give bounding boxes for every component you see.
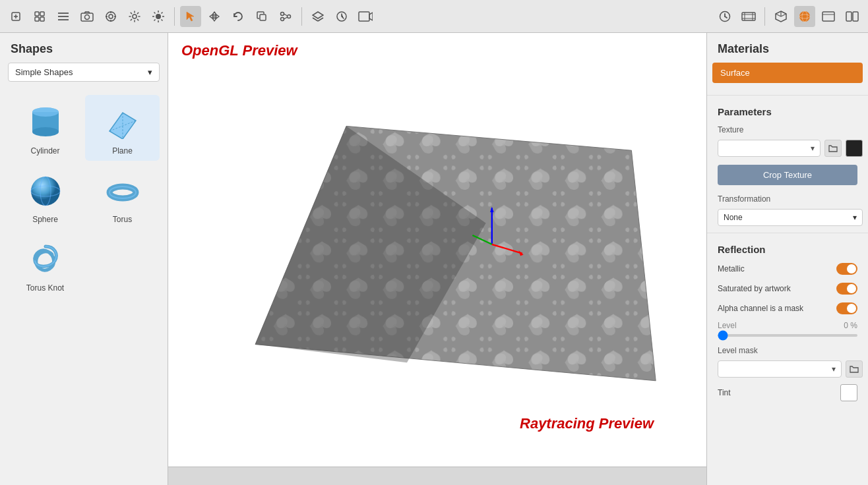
select-button[interactable] bbox=[180, 6, 201, 27]
canvas-bottom-bar bbox=[168, 467, 706, 485]
shape-item-torus[interactable]: Torus bbox=[85, 163, 160, 229]
divider-2 bbox=[707, 233, 868, 233]
chevron-down-icon-mask: ▾ bbox=[832, 364, 836, 374]
crop-texture-button[interactable]: Crop Texture bbox=[718, 165, 857, 185]
saturated-toggle[interactable] bbox=[836, 283, 857, 295]
right-sidebar: Materials Surface Parameters Texture ▾ C… bbox=[706, 33, 868, 485]
shape-item-sphere[interactable]: Sphere bbox=[8, 163, 82, 229]
svg-line-32 bbox=[284, 14, 288, 16]
reflection-title: Reflection bbox=[707, 237, 868, 259]
toolbar-right bbox=[770, 6, 863, 27]
saturated-row: Saturated by artwork bbox=[707, 279, 868, 299]
target-button[interactable] bbox=[100, 6, 121, 27]
svg-line-26 bbox=[162, 12, 163, 13]
svg-rect-38 bbox=[359, 12, 369, 21]
separator-2 bbox=[301, 7, 302, 26]
texture-row: ▾ bbox=[707, 137, 868, 159]
transformation-value: None bbox=[724, 213, 743, 222]
move-button[interactable] bbox=[204, 6, 225, 27]
metallic-label: Metallic bbox=[718, 264, 745, 273]
transformation-label: Transformation bbox=[707, 190, 868, 206]
svg-line-25 bbox=[162, 19, 163, 20]
cylinder-icon bbox=[26, 103, 65, 142]
stack-button[interactable] bbox=[307, 6, 328, 27]
surface-button[interactable]: Surface bbox=[712, 63, 863, 83]
divider-1 bbox=[707, 95, 868, 96]
grid-button[interactable] bbox=[29, 6, 50, 27]
svg-line-33 bbox=[284, 17, 288, 19]
texture-dropdown[interactable]: ▾ bbox=[718, 140, 821, 157]
svg-point-29 bbox=[281, 12, 284, 15]
plane-label: Plane bbox=[112, 146, 133, 156]
main-area: Shapes Simple Shapes ▾ Cylinder bbox=[0, 33, 868, 485]
cube-3d-button[interactable] bbox=[770, 6, 791, 27]
texture-folder-button[interactable] bbox=[824, 140, 842, 157]
shapes-dropdown[interactable]: Simple Shapes ▾ bbox=[8, 63, 160, 82]
material-sphere-button[interactable] bbox=[794, 6, 815, 27]
add-button[interactable] bbox=[5, 6, 26, 27]
alpha-label: Alpha channel is a mask bbox=[718, 304, 803, 313]
toolbar bbox=[0, 0, 868, 33]
svg-point-61 bbox=[32, 127, 59, 136]
level-mask-dropdown[interactable]: ▾ bbox=[718, 360, 842, 378]
texture-label: Texture bbox=[707, 121, 868, 137]
shape-item-cylinder[interactable]: Cylinder bbox=[8, 95, 82, 161]
3d-plane-svg bbox=[195, 74, 680, 457]
movie-button[interactable] bbox=[738, 6, 759, 27]
connect-button[interactable] bbox=[275, 6, 296, 27]
circle-anim-button[interactable] bbox=[331, 6, 352, 27]
left-sidebar: Shapes Simple Shapes ▾ Cylinder bbox=[0, 33, 168, 485]
opengl-label: OpenGL Preview bbox=[181, 42, 297, 59]
clock-button[interactable] bbox=[714, 6, 735, 27]
svg-point-52 bbox=[799, 11, 810, 22]
level-slider[interactable] bbox=[718, 334, 857, 337]
metallic-toggle[interactable] bbox=[836, 263, 857, 275]
level-label: Level bbox=[718, 321, 737, 330]
torus-label: Torus bbox=[113, 215, 132, 224]
svg-point-62 bbox=[32, 107, 59, 117]
svg-rect-6 bbox=[40, 17, 44, 21]
svg-rect-5 bbox=[35, 17, 39, 21]
sun-button[interactable] bbox=[148, 6, 169, 27]
svg-rect-58 bbox=[853, 12, 858, 21]
svg-line-50 bbox=[776, 14, 781, 16]
tint-row: Tint bbox=[707, 380, 868, 405]
level-value: 0 % bbox=[844, 321, 857, 330]
undo-button[interactable] bbox=[228, 6, 249, 27]
copy-button[interactable] bbox=[251, 6, 272, 27]
torusknot-icon bbox=[26, 240, 65, 279]
split-layout-button[interactable] bbox=[842, 6, 863, 27]
torusknot-label: Torus Knot bbox=[26, 283, 64, 293]
shape-item-torusknot[interactable]: Torus Knot bbox=[8, 232, 82, 298]
settings-button[interactable] bbox=[124, 6, 145, 27]
saturated-label: Saturated by artwork bbox=[718, 284, 791, 293]
chevron-down-icon-transform: ▾ bbox=[853, 213, 857, 222]
svg-line-24 bbox=[154, 12, 156, 13]
svg-point-19 bbox=[156, 14, 161, 19]
level-mask-folder-button[interactable] bbox=[846, 360, 863, 378]
shape-item-plane[interactable]: Plane bbox=[85, 95, 160, 161]
menu-button[interactable] bbox=[53, 6, 74, 27]
chevron-down-icon-texture: ▾ bbox=[811, 144, 815, 153]
alpha-row: Alpha channel is a mask bbox=[707, 299, 868, 318]
svg-point-67 bbox=[31, 177, 60, 206]
alpha-toggle[interactable] bbox=[836, 302, 857, 314]
shapes-dropdown-value: Simple Shapes bbox=[15, 67, 73, 77]
svg-point-13 bbox=[109, 14, 113, 18]
canvas-area[interactable]: OpenGL Preview Raytracing Preview bbox=[168, 33, 706, 485]
plane-icon bbox=[103, 103, 142, 142]
svg-rect-43 bbox=[742, 13, 755, 20]
transformation-dropdown[interactable]: None ▾ bbox=[718, 209, 863, 226]
window-layout-button[interactable] bbox=[818, 6, 839, 27]
film-button[interactable] bbox=[355, 6, 376, 27]
sphere-label: Sphere bbox=[32, 215, 58, 224]
camera-button[interactable] bbox=[77, 6, 98, 27]
tint-color-swatch[interactable] bbox=[840, 384, 857, 401]
sphere-icon bbox=[26, 171, 65, 211]
svg-line-42 bbox=[725, 16, 727, 18]
texture-color-swatch[interactable] bbox=[846, 140, 863, 157]
transformation-row: None ▾ bbox=[707, 206, 868, 229]
parameters-title: Parameters bbox=[707, 100, 868, 121]
separator-1 bbox=[174, 7, 175, 26]
sidebar-title: Shapes bbox=[0, 33, 168, 63]
